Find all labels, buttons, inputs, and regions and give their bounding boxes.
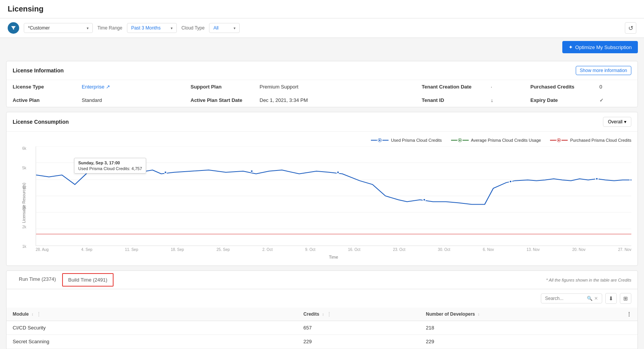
optimize-row: ✦ Optimize My Subscription xyxy=(0,38,644,56)
page-header: Licensing xyxy=(0,0,644,18)
license-type-label: License Type xyxy=(7,80,76,93)
chart-inner: 6k 5k 4k 3k 2k 1k xyxy=(36,146,631,259)
chart-wrapper: Licensable Resource(s) 6k 5k 4k 3k 2k 1k xyxy=(13,146,631,259)
tab-buildtime[interactable]: Build Time (2491) xyxy=(62,273,114,287)
col-credits: Credits ↕ ⋮ xyxy=(297,308,420,321)
license-consumption-title: License Consumption xyxy=(13,119,69,125)
tenant-creation-label: Tenant Creation Date xyxy=(416,80,485,93)
row2-developers: 229 xyxy=(420,335,621,349)
license-label-row: License Type Enterprise ↗ Support Plan P… xyxy=(7,80,637,93)
columns-button[interactable]: ⊞ xyxy=(620,293,631,304)
customer-caret: ▾ xyxy=(87,26,89,30)
tooltip-value-number: 4,757 xyxy=(132,166,142,171)
active-plan-label: Active Plan xyxy=(7,93,76,107)
time-range-label: Time Range xyxy=(97,25,122,31)
x-label-sep4: 4. Sep xyxy=(81,247,92,252)
chart-legend: Used Prisma Cloud Credits Average Prisma… xyxy=(13,138,631,143)
x-label-sep11: 11. Sep xyxy=(125,247,138,252)
tabs-left: Run Time (2374) Build Time (2491) xyxy=(13,271,114,289)
col-developers: Number of Developers ↕ xyxy=(420,308,621,321)
tab-runtime[interactable]: Run Time (2374) xyxy=(13,271,62,289)
row1-module: CI/CD Security xyxy=(7,321,297,335)
table-controls: 🔍 ✕ ⬇ ⊞ xyxy=(7,289,637,308)
legend-purchased-line xyxy=(550,140,556,141)
license-info-section: License Information Show more informatio… xyxy=(6,61,638,107)
optimize-button[interactable]: ✦ Optimize My Subscription xyxy=(562,41,638,53)
tenant-id-value: ↓ xyxy=(485,93,524,107)
time-range-select[interactable]: Past 3 Months ▾ xyxy=(127,23,177,33)
tooltip-title: Sunday, Sep 3, 17:00 xyxy=(78,161,142,165)
col-settings-icon[interactable]: ⋮ xyxy=(627,311,631,317)
table-row: Secret Scanning 229 229 xyxy=(7,335,637,349)
y-tick-4k: 4k xyxy=(22,185,26,190)
y-tick-3k: 3k xyxy=(22,205,26,210)
developers-sort-icon[interactable]: ↕ xyxy=(478,312,480,316)
x-label-oct2: 2. Oct xyxy=(262,247,273,252)
legend-purchased: Purchased Prisma Cloud Credits xyxy=(550,138,631,143)
row2-actions xyxy=(621,335,637,349)
module-sort-icon[interactable]: ↕ xyxy=(31,312,33,316)
search-box[interactable]: 🔍 ✕ xyxy=(541,293,602,303)
svg-point-8 xyxy=(164,171,167,174)
license-type-value: Enterprise ↗ xyxy=(76,80,184,93)
row1-credits: 657 xyxy=(297,321,420,335)
active-plan-start-value: Dec 1, 2021, 3:34 PM xyxy=(254,93,416,107)
purchased-credits-label: Purchased Credits xyxy=(524,80,593,93)
module-col-resize[interactable]: ⋮ xyxy=(36,311,41,317)
x-label-oct23: 23. Oct xyxy=(393,247,405,252)
cloud-type-select[interactable]: All ▾ xyxy=(209,23,240,33)
overall-button[interactable]: Overall ▾ xyxy=(603,117,631,127)
x-label-nov27: 27. Nov xyxy=(618,247,631,252)
optimize-icon: ✦ xyxy=(568,44,573,50)
overall-label: Overall xyxy=(608,119,623,125)
overall-caret: ▾ xyxy=(624,119,626,125)
svg-point-12 xyxy=(509,180,512,183)
x-label-nov13: 13. Nov xyxy=(527,247,540,252)
legend-avg-dot xyxy=(458,139,461,142)
customer-select[interactable]: *Customer ▾ xyxy=(24,23,93,33)
x-label-oct30: 30. Oct xyxy=(438,247,450,252)
optimize-label: Optimize My Subscription xyxy=(575,44,632,50)
table-header-row: Module ↕ ⋮ Credits ↕ ⋮ Number of Develop… xyxy=(7,308,637,321)
credits-col-resize[interactable]: ⋮ xyxy=(327,311,331,317)
clear-search-icon[interactable]: ✕ xyxy=(594,296,598,301)
cloud-type-value: All xyxy=(213,25,218,31)
legend-used-label: Used Prisma Cloud Credits xyxy=(391,138,442,143)
x-label-sep25: 25. Sep xyxy=(217,247,230,252)
tooltip-value: Used Prisma Cloud Credits: 4,757 xyxy=(78,166,142,171)
expiry-date-label: Expiry Date xyxy=(524,93,593,107)
expiry-date-value: ✓ xyxy=(593,93,637,107)
svg-point-10 xyxy=(337,171,339,174)
support-plan-label: Support Plan xyxy=(184,80,254,93)
svg-point-9 xyxy=(250,170,253,172)
tenant-creation-value: · xyxy=(485,80,524,93)
legend-purchased-line2 xyxy=(562,140,568,141)
show-more-button[interactable]: Show more information xyxy=(576,66,631,75)
license-info-header: License Information Show more informatio… xyxy=(7,61,637,80)
table-note: * All the figures shown in the table are… xyxy=(546,278,631,282)
license-consumption-section: License Consumption Overall ▾ Used Prism… xyxy=(6,112,638,266)
x-axis: 28. Aug 4. Sep 11. Sep 18. Sep 25. Sep 2… xyxy=(36,247,631,252)
filter-bar: *Customer ▾ Time Range Past 3 Months ▾ C… xyxy=(0,18,644,38)
x-label-nov6: 6. Nov xyxy=(483,247,494,252)
customer-label: *Customer xyxy=(28,25,50,31)
svg-point-11 xyxy=(423,198,426,201)
download-button[interactable]: ⬇ xyxy=(605,293,617,304)
legend-avg-label: Average Prisma Cloud Credits Usage xyxy=(471,138,541,143)
x-label-oct9: 9. Oct xyxy=(305,247,316,252)
y-tick-2k: 2k xyxy=(22,225,26,229)
table-wrapper: Module ↕ ⋮ Credits ↕ ⋮ Number of Develop… xyxy=(7,308,637,349)
row2-credits: 229 xyxy=(297,335,420,349)
svg-point-14 xyxy=(630,179,631,181)
support-plan-value: Premium Support xyxy=(254,80,416,93)
legend-purchased-label: Purchased Prisma Cloud Credits xyxy=(570,138,631,143)
filter-icon[interactable] xyxy=(8,22,19,34)
search-icon: 🔍 xyxy=(587,296,593,301)
legend-used-line2 xyxy=(382,140,389,141)
refresh-button[interactable]: ↺ xyxy=(625,22,636,34)
active-plan-start-label: Active Plan Start Date xyxy=(184,93,254,107)
credits-sort-icon[interactable]: ↕ xyxy=(322,312,324,316)
license-active-row: Active Plan Standard Active Plan Start D… xyxy=(7,93,637,107)
search-input[interactable] xyxy=(545,296,585,301)
x-label-aug28: 28. Aug xyxy=(36,247,49,252)
